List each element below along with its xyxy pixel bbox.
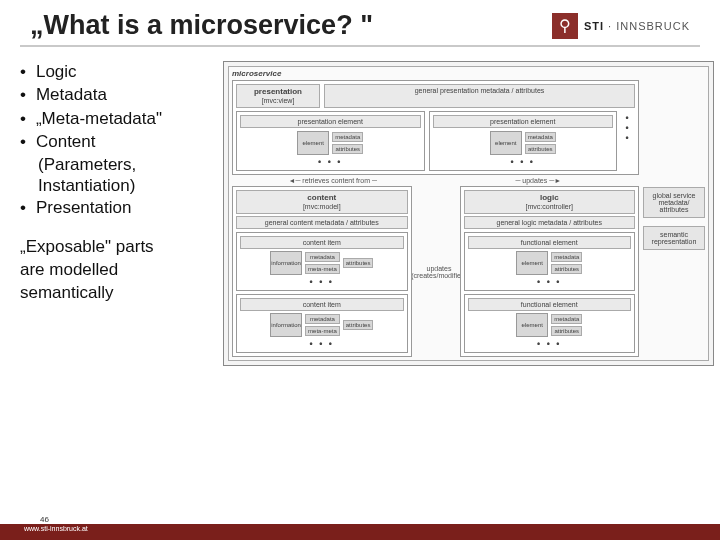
presentation-element-box: presentation element element metadata at… <box>236 111 425 171</box>
bullet-item: Presentation <box>20 197 215 218</box>
updates-db-arrow: ◄─updates (creates/modifies)─ <box>416 186 456 357</box>
bullet-sub: (Parameters, <box>38 154 215 175</box>
bullet-list: Logic Metadata „Meta-metadata" Content (… <box>20 61 215 366</box>
content-item-box: content item information metadata meta-m… <box>236 294 408 353</box>
content-box: content[mvc:model] general content metad… <box>232 186 412 357</box>
bullet-item: Metadata <box>20 84 215 105</box>
global-meta-box: global service metadata/ attributes <box>643 187 705 218</box>
bullet-item: Logic <box>20 61 215 82</box>
updates-arrow: ─ updates ─► <box>438 177 640 184</box>
content-item-box: content item information metadata meta-m… <box>236 232 408 291</box>
functional-element-box: functional element element metadata attr… <box>464 294 636 353</box>
brand-icon: ⚲ <box>552 13 578 39</box>
microservice-diagram: microservice presentation[mvc:view] gene… <box>223 61 714 366</box>
page-number: 46 <box>40 515 49 524</box>
bullet-item: Content <box>20 131 215 152</box>
slide-title: „What is a microservice? " <box>30 10 552 41</box>
root-label: microservice <box>232 69 281 78</box>
exposable-text: „Exposable" parts are modelled semantica… <box>20 236 215 305</box>
retrieve-arrow: ◄─ retrieves content from ─ <box>232 177 434 184</box>
brand-text: STI · INNSBRUCK <box>584 20 690 32</box>
presentation-meta: general presentation metadata / attribut… <box>324 84 635 108</box>
logic-box: logic[mvc:controller] general logic meta… <box>460 186 640 357</box>
side-column: global service metadata/ attributes sema… <box>643 80 705 357</box>
presentation-title: presentation[mvc:view] <box>236 84 320 108</box>
semantic-box: semantic representation <box>643 226 705 250</box>
presentation-element-box: presentation element element metadata at… <box>429 111 618 171</box>
functional-element-box: functional element element metadata attr… <box>464 232 636 291</box>
brand-logo: ⚲ STI · INNSBRUCK <box>552 13 690 39</box>
presentation-box: presentation[mvc:view] general presentat… <box>232 80 639 175</box>
bullet-sub: Instantiation) <box>38 175 215 196</box>
bullet-item: „Meta-metadata" <box>20 108 215 129</box>
footer-bar: www.sti-innsbruck.at <box>0 524 720 540</box>
